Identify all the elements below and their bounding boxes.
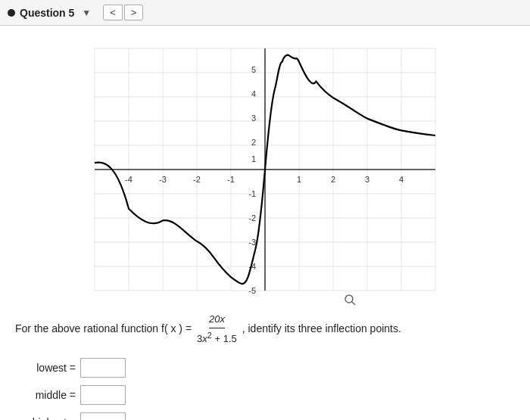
svg-text:-1: -1 (227, 175, 235, 184)
lowest-row: lowest = (15, 358, 515, 378)
highest-label: highest = (15, 416, 76, 420)
fraction-denominator: 3x2 + 1.5 (197, 328, 237, 347)
graph-container: -4 -3 -2 -1 1 2 3 4 5 4 3 2 1 -1 -2 -3 -… (76, 33, 454, 306)
middle-label: middle = (15, 389, 76, 401)
main-content: -4 -3 -2 -1 1 2 3 4 5 4 3 2 1 -1 -2 -3 -… (0, 26, 530, 420)
function-graph: -4 -3 -2 -1 1 2 3 4 5 4 3 2 1 -1 -2 -3 -… (76, 33, 454, 306)
question-label: Question 5 (20, 7, 74, 19)
fraction-numerator: 20x (209, 312, 225, 328)
svg-text:1: 1 (297, 175, 301, 184)
question-dot (8, 9, 15, 17)
svg-text:2: 2 (251, 138, 256, 147)
middle-input[interactable] (80, 385, 126, 405)
svg-text:-2: -2 (193, 175, 201, 184)
question-description: For the above rational function f( x ) =… (15, 312, 515, 346)
lowest-input[interactable] (80, 358, 126, 378)
svg-text:-1: -1 (248, 189, 256, 198)
svg-line-43 (352, 302, 355, 305)
svg-text:-3: -3 (159, 175, 167, 184)
question-suffix: , identify its three inflection points. (242, 321, 401, 337)
svg-text:-3: -3 (248, 238, 256, 247)
highest-row: highest = (15, 412, 515, 420)
dropdown-chevron[interactable]: ▼ (79, 6, 94, 20)
svg-text:-4: -4 (125, 175, 132, 184)
svg-text:1: 1 (251, 154, 256, 163)
zoom-icon (345, 295, 355, 305)
lowest-label: lowest = (15, 362, 76, 374)
inputs-section: lowest = middle = highest = (15, 358, 515, 420)
svg-text:-2: -2 (248, 213, 256, 222)
svg-text:-5: -5 (248, 286, 256, 295)
svg-text:5: 5 (251, 65, 256, 74)
nav-controls: < > (103, 5, 143, 20)
middle-row: middle = (15, 385, 515, 405)
svg-text:3: 3 (251, 114, 256, 123)
question-prefix: For the above rational function f( x ) = (15, 321, 192, 337)
highest-input[interactable] (80, 412, 126, 420)
function-fraction: 20x 3x2 + 1.5 (197, 312, 237, 346)
svg-text:4: 4 (251, 89, 256, 98)
svg-text:4: 4 (399, 175, 404, 184)
next-button[interactable]: > (124, 5, 144, 20)
svg-point-42 (345, 295, 353, 303)
svg-text:2: 2 (331, 175, 335, 184)
prev-button[interactable]: < (103, 5, 123, 20)
page-header: Question 5 ▼ < > (0, 0, 530, 26)
svg-text:3: 3 (365, 175, 369, 184)
